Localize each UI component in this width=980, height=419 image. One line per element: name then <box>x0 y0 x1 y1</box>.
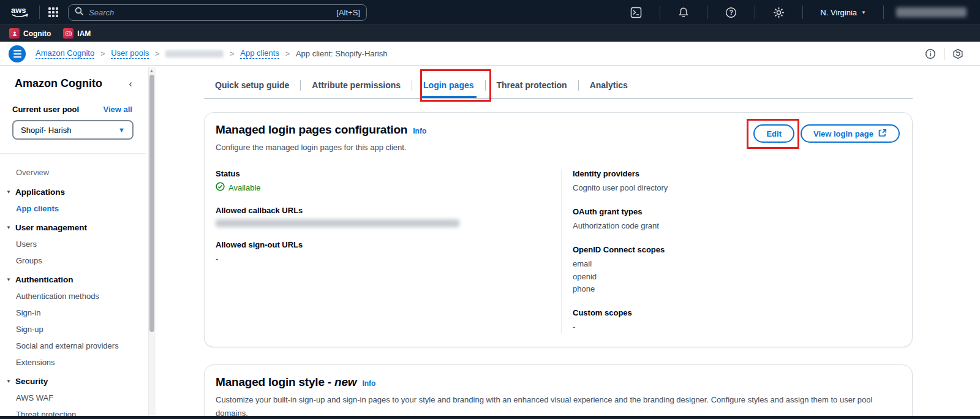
view-all-link[interactable]: View all <box>104 105 132 114</box>
tab-login-pages[interactable]: Login pages <box>412 74 484 98</box>
callback-url-redacted <box>216 219 459 227</box>
topbar-divider <box>707 6 707 19</box>
new-label: new <box>334 376 356 388</box>
edit-button[interactable]: Edit <box>753 124 794 143</box>
section-label: User management <box>15 223 87 232</box>
oauth-grant-types-value: Authorization code grant <box>573 220 900 232</box>
callback-urls-label: Allowed callback URLs <box>216 206 561 215</box>
breadcrumb-pool-name-redacted[interactable] <box>165 50 224 58</box>
hamburger-menu-icon[interactable] <box>9 45 26 62</box>
sidebar-section-user-management[interactable]: ▼ User management <box>0 217 146 236</box>
topbar-right-group: ? N. Virginia ▼ <box>621 6 970 19</box>
status-label: Status <box>216 169 561 178</box>
cognito-service-icon <box>9 28 20 39</box>
search-placeholder: Search <box>89 8 336 17</box>
chevron-down-icon: ▼ <box>861 10 866 15</box>
sidebar-navigation: Amazon Cognito ‹ Current user pool View … <box>0 66 156 419</box>
sidebar-item-users[interactable]: Users <box>0 236 146 252</box>
tab-analytics[interactable]: Analytics <box>579 74 639 98</box>
topbar-divider <box>660 6 660 19</box>
region-selector[interactable]: N. Virginia ▼ <box>812 8 875 17</box>
bottom-edge-strip <box>0 416 980 419</box>
topbar-divider <box>755 6 755 19</box>
user-pool-select[interactable]: Shopif- Harish ▼ <box>12 120 134 140</box>
breadcrumb-right-icons <box>917 48 971 60</box>
info-link[interactable]: Info <box>413 127 426 135</box>
sidebar-item-overview[interactable]: Overview <box>0 164 146 181</box>
breadcrumb-app-clients[interactable]: App clients <box>240 48 279 59</box>
breadcrumb-amazon-cognito[interactable]: Amazon Cognito <box>36 48 94 59</box>
sidebar-collapse-icon[interactable]: ‹ <box>129 78 132 89</box>
sidebar-item-groups[interactable]: Groups <box>0 252 146 269</box>
favorites-bar: Cognito IAM <box>0 25 980 42</box>
view-login-page-label: View login page <box>813 129 873 138</box>
topbar-divider <box>39 6 40 19</box>
help-icon[interactable]: ? <box>716 7 746 18</box>
breadcrumb-separator: > <box>285 50 290 58</box>
chevron-down-icon: ▼ <box>118 126 125 134</box>
section-label: Authentication <box>15 275 74 284</box>
top-navigation-bar: aws Search [Alt+S] ? <box>0 0 980 25</box>
triangle-down-icon: ▼ <box>6 225 11 230</box>
region-label: N. Virginia <box>820 8 857 17</box>
sidebar-item-social-providers[interactable]: Social and external providers <box>0 338 146 354</box>
active-tab-underline <box>421 96 476 98</box>
cloudshell-icon[interactable] <box>621 7 651 18</box>
sidebar-item-app-clients[interactable]: App clients <box>0 200 146 217</box>
oidc-scope-openid: openid <box>573 271 900 283</box>
sidebar-section-applications[interactable]: ▼ Applications <box>0 181 146 200</box>
view-login-page-button[interactable]: View login page <box>801 124 900 143</box>
sidebar-scrollbar[interactable]: ▲ <box>148 67 155 418</box>
managed-login-style-card: Managed login style - new Info Customize… <box>204 364 913 419</box>
identity-providers-value: Cognito user pool directory <box>573 182 900 194</box>
notifications-bell-icon[interactable] <box>669 7 698 18</box>
sidebar-item-sign-in[interactable]: Sign-in <box>0 304 146 321</box>
topbar-divider <box>883 6 884 19</box>
tab-attribute-permissions[interactable]: Attribute permissions <box>301 74 412 98</box>
identity-providers-label: Identity providers <box>573 169 900 178</box>
card-description: Configure the managed login pages for th… <box>216 141 426 154</box>
search-icon <box>75 7 84 18</box>
info-icon[interactable] <box>917 48 944 59</box>
oidc-scopes-label: OpenID Connect scopes <box>573 245 900 254</box>
breadcrumb-current: App client: Shopify-Harish <box>296 49 388 58</box>
account-name-redacted[interactable] <box>896 7 967 17</box>
favorite-cognito[interactable]: Cognito <box>9 28 51 39</box>
sidebar-section-authentication[interactable]: ▼ Authentication <box>0 269 146 288</box>
card-title: Managed login style - new <box>216 376 356 389</box>
svg-text:?: ? <box>729 9 733 16</box>
sidebar-section-security[interactable]: ▼ Security <box>0 371 146 390</box>
favorite-iam[interactable]: IAM <box>63 28 91 39</box>
custom-scopes-label: Custom scopes <box>573 308 900 317</box>
settings-gear-icon[interactable] <box>764 7 794 18</box>
signout-urls-value: - <box>216 253 561 265</box>
tab-label: Login pages <box>423 80 473 90</box>
breadcrumb-separator: > <box>230 50 234 58</box>
sidebar-item-authentication-methods[interactable]: Authentication methods <box>0 288 146 304</box>
tab-quick-setup-guide[interactable]: Quick setup guide <box>204 74 300 98</box>
status-badge: Available <box>216 182 561 193</box>
search-input[interactable]: Search [Alt+S] <box>68 4 367 21</box>
favorite-label: Cognito <box>23 29 51 38</box>
scrollbar-up-arrow[interactable]: ▲ <box>149 69 154 73</box>
tabs: Quick setup guide Attribute permissions … <box>204 74 913 98</box>
new-features-hexagon-icon[interactable] <box>944 48 971 59</box>
triangle-down-icon: ▼ <box>6 277 11 282</box>
sidebar-scrollbar-thumb[interactable] <box>149 75 154 332</box>
sidebar-divider <box>0 153 146 154</box>
user-pool-select-value: Shopif- Harish <box>21 126 71 135</box>
search-shortcut: [Alt+S] <box>336 8 360 17</box>
sidebar-title: Amazon Cognito <box>15 77 102 90</box>
sidebar-item-sign-up[interactable]: Sign-up <box>0 321 146 338</box>
info-link[interactable]: Info <box>362 379 375 388</box>
main-content: Quick setup guide Attribute permissions … <box>156 66 980 419</box>
sidebar-item-extensions[interactable]: Extensions <box>0 354 146 371</box>
sidebar-item-aws-waf[interactable]: AWS WAF <box>0 390 146 406</box>
card-description: Customize your built-in sign-up and sign… <box>216 393 900 419</box>
breadcrumb-user-pools[interactable]: User pools <box>111 48 149 59</box>
services-grid-icon[interactable] <box>48 7 58 17</box>
page-body: Amazon Cognito ‹ Current user pool View … <box>0 66 980 419</box>
svg-text:aws: aws <box>11 6 26 15</box>
aws-logo[interactable]: aws <box>10 5 31 20</box>
tab-threat-protection[interactable]: Threat protection <box>486 74 578 98</box>
